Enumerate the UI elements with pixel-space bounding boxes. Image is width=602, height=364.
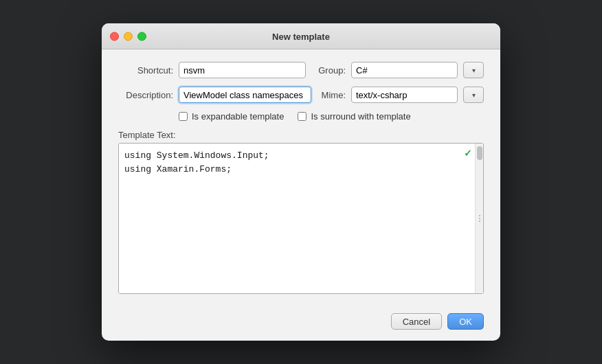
minimize-button[interactable] xyxy=(124,32,133,41)
vertical-scrollbar[interactable] xyxy=(475,144,483,293)
template-text-section: Template Text: using System.Windows.Inpu… xyxy=(118,130,484,294)
group-label: Group: xyxy=(311,65,346,76)
group-input[interactable] xyxy=(351,62,458,78)
scrollbar-dots xyxy=(479,215,480,222)
cancel-button[interactable]: Cancel xyxy=(391,313,442,330)
shortcut-label: Shortcut: xyxy=(118,65,173,76)
expandable-checkbox-item[interactable]: Is expandable template xyxy=(179,111,284,122)
checkboxes-row: Is expandable template Is surround with … xyxy=(179,111,484,122)
surround-label: Is surround with template xyxy=(311,111,410,122)
description-mime-row: Description: Mime: ▾ xyxy=(118,87,484,103)
dialog-titlebar: New template xyxy=(102,23,500,49)
shortcut-group-row: Shortcut: Group: ▾ xyxy=(118,62,484,78)
close-button[interactable] xyxy=(110,32,119,41)
surround-checkbox-item[interactable]: Is surround with template xyxy=(298,111,410,122)
shortcut-input[interactable] xyxy=(179,62,306,78)
description-input[interactable] xyxy=(179,87,311,103)
traffic-lights xyxy=(110,32,146,41)
expandable-label: Is expandable template xyxy=(192,111,284,122)
dialog-title: New template xyxy=(272,32,330,42)
group-dropdown-button[interactable]: ▾ xyxy=(463,62,484,78)
ok-button[interactable]: OK xyxy=(447,313,484,330)
template-code-editor[interactable]: using System.Windows.Input; using Xamari… xyxy=(119,144,483,293)
template-text-label: Template Text: xyxy=(118,130,484,140)
new-template-dialog: New template Shortcut: Group: ▾ Descript… xyxy=(102,23,500,341)
mime-label: Mime: xyxy=(317,90,346,100)
mime-dropdown-arrow: ▾ xyxy=(472,91,476,99)
template-text-area: using System.Windows.Input; using Xamari… xyxy=(118,143,484,294)
surround-checkbox[interactable] xyxy=(298,112,306,121)
mime-dropdown-button[interactable]: ▾ xyxy=(463,87,484,103)
expandable-checkbox[interactable] xyxy=(179,112,188,121)
group-dropdown-arrow: ▾ xyxy=(472,67,476,74)
scrollbar-thumb xyxy=(477,146,482,160)
description-label: Description: xyxy=(118,90,173,100)
maximize-button[interactable] xyxy=(137,32,146,41)
dialog-footer: Cancel OK xyxy=(102,305,500,341)
dialog-body: Shortcut: Group: ▾ Description: Mime: ▾ … xyxy=(102,49,500,305)
checkmark-icon: ✓ xyxy=(464,148,472,159)
mime-input[interactable] xyxy=(351,87,458,103)
